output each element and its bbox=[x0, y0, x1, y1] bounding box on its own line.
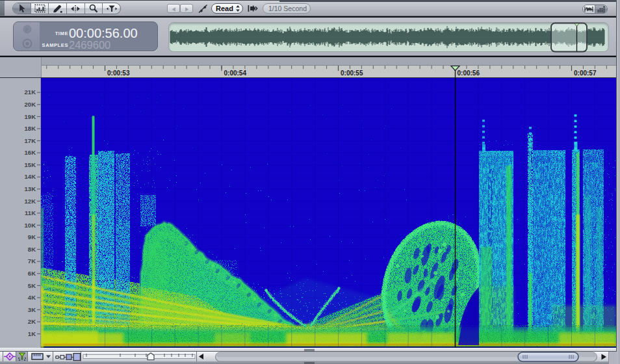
svg-text:6K: 6K bbox=[28, 270, 36, 277]
svg-text:18K: 18K bbox=[25, 125, 36, 132]
svg-text:15K: 15K bbox=[25, 161, 36, 168]
svg-text:12K: 12K bbox=[25, 198, 36, 205]
svg-text:11K: 11K bbox=[25, 209, 36, 216]
svg-text:0:00:56: 0:00:56 bbox=[458, 70, 480, 77]
svg-text:16K: 16K bbox=[25, 149, 36, 156]
svg-text:14K: 14K bbox=[25, 173, 36, 180]
svg-text:7K: 7K bbox=[28, 257, 36, 265]
svg-text:3K: 3K bbox=[28, 306, 36, 313]
svg-text:9K: 9K bbox=[28, 233, 36, 240]
svg-text:5K: 5K bbox=[28, 282, 36, 289]
svg-text:10K: 10K bbox=[25, 222, 36, 229]
svg-text:4K: 4K bbox=[28, 294, 36, 301]
svg-text:1K: 1K bbox=[28, 330, 36, 337]
svg-text:19K: 19K bbox=[25, 113, 36, 120]
svg-text:13K: 13K bbox=[25, 185, 36, 192]
svg-text:21K: 21K bbox=[25, 88, 36, 96]
svg-text:2K: 2K bbox=[28, 318, 36, 325]
svg-text:0:00:54: 0:00:54 bbox=[224, 70, 247, 77]
svg-text:0:00:53: 0:00:53 bbox=[107, 70, 130, 77]
svg-text:20K: 20K bbox=[25, 101, 36, 108]
svg-text:0:00:57: 0:00:57 bbox=[574, 70, 597, 77]
svg-text:17K: 17K bbox=[25, 137, 36, 144]
svg-text:8K: 8K bbox=[28, 246, 36, 253]
svg-text:0:00:55: 0:00:55 bbox=[341, 70, 363, 77]
